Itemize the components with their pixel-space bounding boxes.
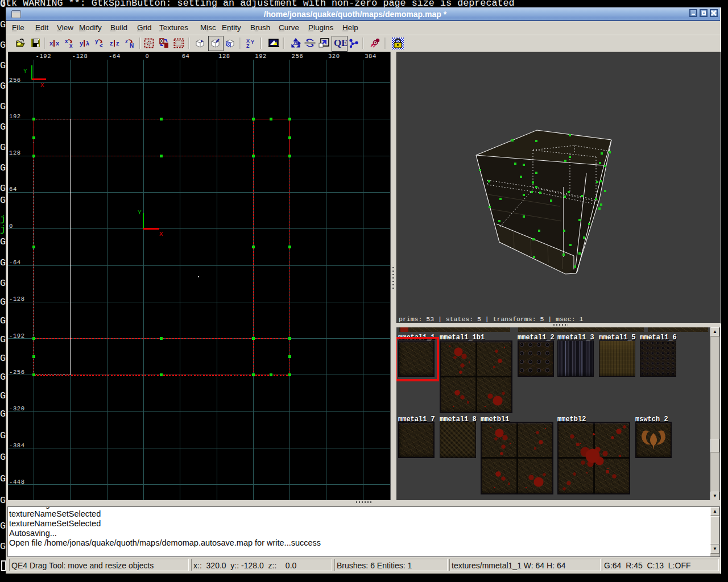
svg-text:-384: -384 bbox=[9, 442, 25, 449]
svg-text:y: y bbox=[80, 40, 84, 47]
svg-text:x: x bbox=[56, 40, 59, 47]
svg-text:192: 192 bbox=[255, 53, 267, 60]
svg-text:-128: -128 bbox=[72, 53, 88, 60]
svg-text:0: 0 bbox=[9, 223, 13, 230]
svg-text:z: z bbox=[116, 40, 119, 47]
svg-text:192: 192 bbox=[9, 113, 21, 120]
svg-text:N: N bbox=[130, 43, 134, 48]
svg-text:Y: Y bbox=[251, 39, 254, 45]
svg-text:128: 128 bbox=[9, 149, 21, 156]
svg-text:Z: Z bbox=[246, 43, 250, 48]
svg-text:-64: -64 bbox=[9, 259, 21, 266]
svg-text:X: X bbox=[40, 82, 45, 89]
svg-text:384: 384 bbox=[365, 53, 377, 60]
svg-text:x: x bbox=[49, 40, 53, 47]
svg-text:-64: -64 bbox=[109, 53, 121, 60]
svg-text:64: 64 bbox=[182, 53, 190, 60]
svg-text:Y: Y bbox=[23, 68, 28, 74]
svg-text:<: < bbox=[100, 43, 103, 48]
svg-text:320: 320 bbox=[328, 53, 340, 60]
svg-text:-192: -192 bbox=[36, 53, 52, 60]
svg-text:x: x bbox=[69, 43, 73, 48]
svg-text:-256: -256 bbox=[9, 369, 25, 376]
svg-text:64: 64 bbox=[9, 186, 17, 193]
svg-text:X: X bbox=[159, 231, 164, 238]
svg-text:256: 256 bbox=[292, 53, 304, 60]
svg-text:x: x bbox=[65, 38, 68, 44]
svg-text:0: 0 bbox=[145, 53, 149, 60]
svg-text:λ: λ bbox=[86, 40, 89, 47]
svg-text:y: y bbox=[95, 38, 98, 44]
svg-text:z: z bbox=[110, 40, 113, 47]
svg-text:-192: -192 bbox=[9, 332, 25, 339]
svg-text:z: z bbox=[125, 38, 128, 44]
svg-text:-448: -448 bbox=[9, 479, 25, 485]
svg-text:256: 256 bbox=[9, 77, 21, 84]
svg-text:128: 128 bbox=[218, 53, 230, 60]
svg-text:-128: -128 bbox=[9, 296, 25, 302]
svg-text:Y: Y bbox=[138, 209, 142, 216]
svg-text:-320: -320 bbox=[9, 405, 25, 412]
